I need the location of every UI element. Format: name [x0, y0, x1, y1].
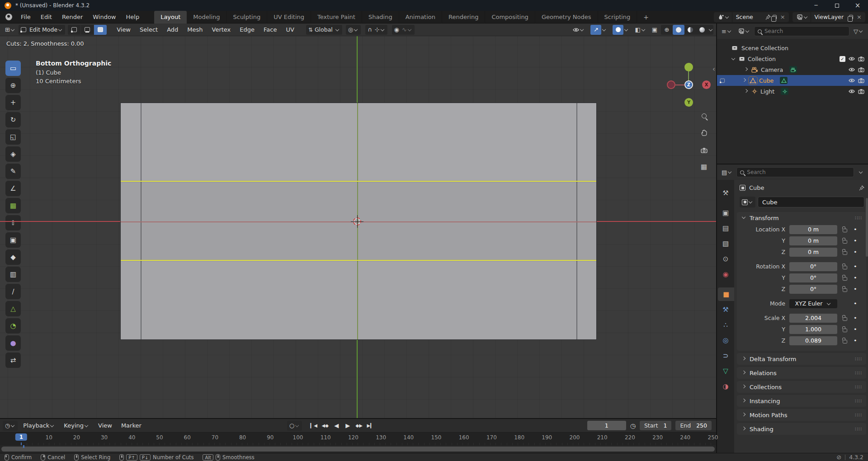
properties-tab-render[interactable]: ▣ — [718, 206, 733, 220]
scene-name[interactable]: Scene — [732, 12, 765, 22]
tool-bevel[interactable]: ◆ — [5, 249, 21, 265]
animate-dot[interactable]: • — [854, 226, 857, 233]
pin-icon[interactable] — [765, 14, 771, 20]
prev-keyframe-button[interactable]: ◀◆ — [320, 421, 330, 431]
pin-icon[interactable] — [859, 185, 864, 191]
play-button[interactable]: ▶ — [342, 421, 353, 431]
outliner-row-light[interactable]: Light — [717, 86, 868, 97]
edge-select-button[interactable] — [81, 25, 94, 35]
animate-dot[interactable]: • — [854, 249, 857, 255]
workspace-tab-scripting[interactable]: Scripting — [598, 11, 637, 24]
value-field[interactable]: 0 m — [789, 236, 837, 245]
tool-smooth[interactable]: ● — [5, 335, 21, 351]
panel-delta-transform[interactable]: Delta Transform∷∷ — [737, 353, 866, 365]
viewport-menu-edge[interactable]: Edge — [235, 25, 259, 35]
gizmo-toggle[interactable]: ↗ — [588, 25, 609, 35]
outliner-search-input[interactable]: Search — [754, 26, 849, 36]
current-frame-indicator[interactable]: 1 — [15, 433, 27, 441]
workspace-tab-modeling[interactable]: Modeling — [187, 11, 226, 24]
show-hide-button[interactable] — [571, 25, 587, 35]
mode-selector[interactable]: Edit Mode — [19, 25, 65, 35]
menu-file[interactable]: File — [16, 12, 36, 23]
overlays-toggle[interactable] — [610, 25, 631, 35]
workspace-tab-sculpting[interactable]: Sculpting — [226, 11, 267, 24]
value-field[interactable]: 1.000 — [789, 325, 837, 334]
zoom-icon[interactable] — [699, 111, 709, 121]
new-viewlayer-icon[interactable] — [849, 15, 853, 19]
close-button[interactable]: × — [847, 0, 868, 11]
value-field[interactable]: 0° — [789, 285, 837, 294]
tool-measure[interactable]: ∠ — [5, 181, 21, 196]
scrollbar-handle[interactable] — [1, 447, 715, 452]
object-id-dropdown[interactable] — [740, 197, 755, 207]
minimize-button[interactable]: ─ — [806, 0, 826, 11]
viewport-menu-add[interactable]: Add — [162, 25, 183, 35]
timeline-menu-playback[interactable]: Playback — [19, 421, 59, 431]
animate-dot[interactable]: • — [854, 300, 857, 307]
hide-eye-icon[interactable] — [849, 78, 855, 83]
workspace-tab-layout[interactable]: Layout — [154, 11, 187, 24]
maximize-button[interactable] — [826, 0, 847, 11]
panel-relations[interactable]: Relations∷∷ — [737, 367, 866, 379]
tool-extrude[interactable]: ⇧ — [5, 215, 21, 230]
xray-toggle[interactable]: ◧ — [632, 25, 648, 35]
transform-orientation-button[interactable]: ⇅ Global — [306, 25, 342, 35]
tool-select-box[interactable]: ▭ — [5, 61, 21, 76]
workspace-tab-animation[interactable]: Animation — [399, 11, 442, 24]
next-keyframe-button[interactable]: ◆▶ — [354, 421, 364, 431]
viewport-menu-vertex[interactable]: Vertex — [208, 25, 236, 35]
animate-dot[interactable]: • — [854, 337, 857, 344]
properties-options-button[interactable] — [856, 167, 866, 177]
panel-grip-icon[interactable]: ∷∷ — [855, 215, 862, 221]
remove-viewlayer-icon[interactable]: × — [855, 14, 863, 20]
outliner-row-cube[interactable]: Cube — [717, 75, 868, 86]
navigation-gizmo[interactable]: Z X Y — [665, 59, 714, 113]
auto-keying-button[interactable]: ○ — [287, 421, 302, 431]
outliner-display-mode-button[interactable] — [736, 26, 752, 36]
shading-solid-button[interactable] — [673, 25, 684, 35]
gizmo-axis-x[interactable]: X — [702, 80, 711, 89]
vertex-select-button[interactable] — [68, 25, 80, 35]
tool-knife[interactable]: ∕ — [5, 284, 21, 299]
timeline-menu-keying[interactable]: Keying — [59, 421, 94, 431]
value-field[interactable]: 0° — [789, 262, 837, 271]
properties-tab-world[interactable]: ◉ — [718, 268, 733, 281]
camera-view-icon[interactable] — [699, 145, 709, 155]
value-field[interactable]: 2.004 — [789, 314, 837, 323]
properties-tab-output[interactable]: ▤ — [718, 221, 733, 235]
animate-dot[interactable]: • — [854, 274, 857, 281]
pan-hand-icon[interactable] — [699, 127, 709, 137]
timeline-menu-marker[interactable]: Marker — [117, 421, 146, 431]
properties-tab-modifiers[interactable]: ⚒ — [718, 303, 733, 316]
outliner-row-collection[interactable]: Collection ✓ — [717, 53, 868, 64]
menu-edit[interactable]: Edit — [36, 12, 57, 23]
shading-rendered-button[interactable] — [696, 25, 708, 35]
disable-render-icon[interactable] — [858, 56, 864, 61]
ortho-grid-icon[interactable]: ▦ — [699, 162, 709, 172]
rotation-mode-dropdown[interactable]: XYZ Euler — [789, 299, 837, 308]
panel-shading[interactable]: Shading∷∷ — [737, 423, 866, 435]
add-workspace-button[interactable]: + — [637, 11, 655, 24]
value-field[interactable]: 0.089 — [789, 336, 837, 345]
menu-help[interactable]: Help — [121, 12, 145, 23]
unlink-scene-icon[interactable]: × — [778, 14, 787, 20]
tool-transform[interactable]: ◈ — [5, 146, 21, 162]
network-offline-icon[interactable]: ⊘ — [836, 454, 841, 461]
tool-spin[interactable]: ◔ — [5, 318, 21, 334]
timeline-menu-view[interactable]: View — [94, 421, 117, 431]
tool-scale[interactable]: ◱ — [5, 129, 21, 145]
tool-rotate[interactable]: ↻ — [5, 112, 21, 127]
timeline-ruler[interactable]: 1102030405060708090100110120130140150160… — [0, 433, 716, 445]
workspace-tab-rendering[interactable]: Rendering — [442, 11, 485, 24]
blender-menu-icon[interactable] — [5, 14, 12, 20]
menu-window[interactable]: Window — [88, 12, 121, 23]
animate-dot[interactable]: • — [854, 263, 857, 270]
tool-cursor[interactable]: ⊕ — [5, 78, 21, 93]
shading-options-chevron[interactable] — [709, 27, 712, 31]
jump-end-button[interactable]: ▶▎ — [365, 421, 376, 431]
new-scene-icon[interactable] — [773, 15, 777, 19]
panel-motion-paths[interactable]: Motion Paths∷∷ — [737, 409, 866, 421]
properties-tab-constraints[interactable]: ⊃ — [718, 349, 733, 362]
workspace-tab-geometry-nodes[interactable]: Geometry Nodes — [535, 11, 598, 24]
play-reverse-button[interactable]: ◀ — [331, 421, 342, 431]
